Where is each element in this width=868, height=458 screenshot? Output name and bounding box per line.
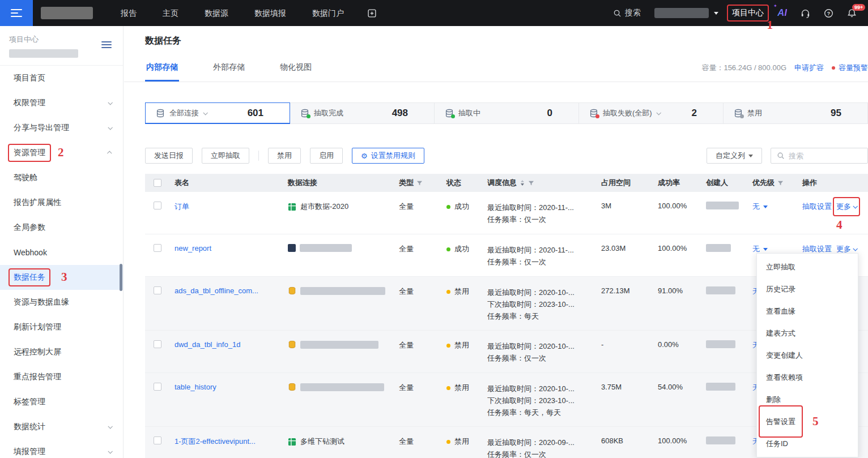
storage-tabs: 内部存储 外部存储 物化视图 容量：156.24G / 800.00G 申请扩容…: [124, 46, 868, 82]
tab-materialized-view[interactable]: 物化视图: [279, 62, 313, 82]
chevron-down-icon: [108, 125, 112, 130]
sidebar-scrollbar-thumb[interactable]: [120, 264, 122, 291]
app-menu-button[interactable]: [0, 0, 33, 26]
workspace-name-redacted: [654, 8, 709, 18]
sidebar-item-project-home[interactable]: 项目首页: [0, 66, 123, 91]
global-search[interactable]: 搜索: [613, 8, 641, 18]
filter-all-connections[interactable]: 全部连接 601: [145, 102, 290, 124]
sidebar-item-data-lineage[interactable]: 资源与数据血缘: [0, 290, 123, 315]
custom-columns-button[interactable]: 自定义列: [707, 148, 762, 164]
disable-button[interactable]: 禁用: [268, 148, 301, 164]
sidebar-item-data-stats[interactable]: 数据统计: [0, 414, 123, 439]
sidebar-item-resource-mgmt[interactable]: 资源管理 2: [0, 140, 123, 165]
more-dropdown[interactable]: 更多 4: [836, 202, 857, 212]
disable-rules-button[interactable]: ⚙设置禁用规则: [352, 148, 424, 164]
database-yellow-icon: [288, 286, 296, 295]
status-dot: [446, 290, 450, 294]
menu-item-delete[interactable]: 删除: [757, 388, 858, 410]
sidebar-item-webhook[interactable]: Webhook: [0, 240, 123, 265]
send-daily-report-button[interactable]: 发送日报: [145, 148, 193, 164]
chevron-up-icon: [107, 151, 112, 155]
table-name-link[interactable]: new_report: [175, 244, 211, 252]
row-checkbox[interactable]: [154, 202, 161, 209]
support-headset-icon[interactable]: [801, 8, 810, 18]
chevron-down-icon: [853, 204, 857, 208]
brand-logo-redacted: [41, 7, 93, 19]
stat-value: 2: [692, 108, 697, 119]
capacity-warning-link[interactable]: 容量预警: [839, 63, 868, 73]
enable-button[interactable]: 启用: [310, 148, 343, 164]
database-yellow-icon: [288, 340, 296, 349]
chevron-down-icon[interactable]: [656, 110, 661, 115]
filter-icon[interactable]: [777, 180, 784, 186]
nav-reports[interactable]: 报告: [108, 0, 150, 26]
sidebar-item-share-export[interactable]: 分享与导出管理: [0, 115, 123, 140]
sidebar-item-key-reports[interactable]: 重点报告管理: [0, 365, 123, 389]
menu-item-extract-now[interactable]: 立即抽取: [757, 256, 858, 278]
table-name-link[interactable]: 订单: [175, 202, 189, 211]
nav-data-portal[interactable]: 数据门户: [299, 0, 357, 26]
menu-item-alert-settings[interactable]: 告警设置 5: [757, 410, 858, 433]
row-checkbox[interactable]: [154, 340, 161, 348]
table-name-link[interactable]: 1-页面2-effectivevipunt...: [175, 437, 256, 446]
priority-dropdown[interactable]: 无: [752, 202, 768, 212]
filter-icon[interactable]: [528, 180, 534, 186]
caret-down-icon: [763, 248, 768, 251]
sidebar-item-report-ext-attrs[interactable]: 报告扩展属性: [0, 190, 123, 215]
sidebar-item-global-params[interactable]: 全局参数: [0, 215, 123, 240]
table-name-link[interactable]: dwd_da_tbl_info_1d: [175, 340, 240, 349]
sidebar-header: 项目中心: [0, 26, 123, 66]
menu-item-view-lineage[interactable]: 查看血缘: [757, 300, 858, 322]
status-dot: [446, 205, 450, 209]
row-checkbox[interactable]: [154, 436, 161, 444]
row-checkbox[interactable]: [154, 286, 161, 294]
sidebar-item-remote-screen[interactable]: 远程控制大屏: [0, 340, 123, 365]
filter-disabled[interactable]: 禁用 95: [724, 103, 867, 123]
filter-extract-failed[interactable]: 抽取失败(全部) 2: [579, 103, 724, 123]
table-search-input[interactable]: [789, 152, 851, 160]
annotation-number-2: 2: [58, 147, 64, 159]
sidebar: 项目中心 项目首页 权限管理 分享与导出管理 资源管理 2 驾驶舱 报告扩展属性…: [0, 26, 124, 458]
help-icon[interactable]: ?: [824, 8, 833, 18]
nav-home[interactable]: 主页: [150, 0, 192, 26]
table-name-link[interactable]: table_history: [175, 383, 216, 391]
select-all-checkbox[interactable]: [154, 179, 161, 187]
sidebar-item-dashboard[interactable]: 驾驶舱: [0, 165, 123, 190]
filter-icon[interactable]: [416, 180, 423, 186]
sort-icon[interactable]: [520, 179, 525, 186]
extract-settings-link[interactable]: 抽取设置: [802, 202, 832, 212]
creator-redacted: [706, 202, 739, 209]
table-green-icon: [288, 438, 296, 446]
row-checkbox[interactable]: [154, 244, 161, 252]
sidebar-item-filling-mgmt[interactable]: 填报管理: [0, 439, 123, 458]
table-name-link[interactable]: ads_da_tbl_offline_com...: [175, 286, 258, 295]
tab-external-storage[interactable]: 外部存储: [212, 62, 246, 82]
ai-assistant-button[interactable]: ✦AI: [777, 7, 787, 19]
menu-item-change-creator[interactable]: 变更创建人: [757, 344, 858, 366]
tab-internal-storage[interactable]: 内部存储: [145, 62, 179, 82]
menu-item-history[interactable]: 历史记录: [757, 278, 858, 300]
notification-bell-icon[interactable]: 99+: [847, 8, 857, 18]
row-more-context-menu: 立即抽取 历史记录 查看血缘 建表方式 变更创建人 查看依赖项 删除 告警设置 …: [756, 253, 858, 457]
filter-extract-complete[interactable]: 抽取完成 498: [290, 103, 435, 123]
expand-capacity-link[interactable]: 申请扩容: [794, 63, 824, 73]
sidebar-item-tag-mgmt[interactable]: 标签管理: [0, 389, 123, 414]
chevron-down-icon[interactable]: [203, 110, 207, 115]
sidebar-item-permissions[interactable]: 权限管理: [0, 91, 123, 115]
apps-grid-icon[interactable]: [357, 8, 387, 18]
sidebar-item-refresh-plan[interactable]: 刷新计划管理: [0, 315, 123, 340]
nav-datasources[interactable]: 数据源: [192, 0, 241, 26]
sidebar-item-data-tasks[interactable]: 数据任务 3: [0, 265, 123, 290]
menu-item-view-dependencies[interactable]: 查看依赖项: [757, 366, 858, 388]
menu-item-task-id[interactable]: 任务ID: [757, 433, 858, 455]
status-dot: [446, 344, 450, 348]
project-center-button[interactable]: 项目中心: [732, 8, 764, 18]
row-checkbox[interactable]: [154, 383, 161, 391]
workspace-dropdown[interactable]: [654, 8, 718, 18]
menu-item-table-creation[interactable]: 建表方式: [757, 322, 858, 344]
chevron-down-icon: [108, 100, 112, 105]
extract-now-button[interactable]: 立即抽取: [202, 148, 249, 164]
nav-data-filling[interactable]: 数据填报: [241, 0, 299, 26]
filter-extracting[interactable]: 抽取中 0: [435, 103, 579, 123]
sidebar-collapse-icon[interactable]: [101, 40, 112, 50]
